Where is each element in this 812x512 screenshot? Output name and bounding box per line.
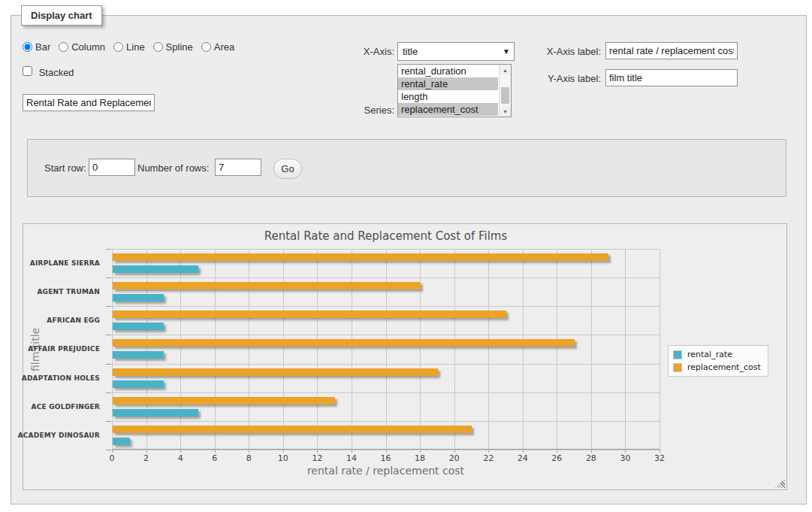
gridline-vertical [249, 249, 249, 449]
chart-type-radio-bar[interactable] [23, 42, 32, 52]
scroll-up-icon[interactable]: ▲ [500, 65, 511, 75]
gridline-vertical [283, 249, 284, 449]
chart-type-group: Bar Column Line Spline Area [23, 41, 243, 53]
y-tick-mark [106, 450, 111, 450]
row-controls-box: Start row: Number of rows: Go [27, 139, 786, 197]
series-option-length[interactable]: length [398, 90, 498, 103]
gridline-vertical [215, 249, 216, 449]
gridline-horizontal [112, 277, 660, 278]
start-row-input[interactable] [89, 159, 135, 176]
chart-type-radio-column[interactable] [59, 42, 68, 52]
y-tick-mark [106, 392, 111, 393]
panel-legend-text: Display chart [31, 10, 92, 21]
bar-rental_rate[interactable] [113, 409, 198, 417]
x-axis-select-label: X-Axis: [323, 46, 394, 57]
x-axis-select-value: title [403, 46, 418, 57]
gridline-vertical [146, 249, 147, 449]
y-axis-label-label: Y-Axis label: [526, 73, 601, 84]
x-tick-label: 26 [545, 453, 568, 463]
bar-replacement_cost[interactable] [113, 282, 421, 289]
bar-replacement_cost[interactable] [113, 253, 608, 261]
x-tick-label: 4 [169, 453, 192, 463]
chart-legend: rental_ratereplacement_cost [668, 345, 768, 377]
gridline-horizontal [112, 421, 660, 422]
chart-type-option-line[interactable]: Line [113, 41, 145, 53]
chart-type-label-line: Line [126, 41, 145, 53]
chart-type-label-spline: Spline [166, 41, 193, 53]
category-label: ACE GOLDFINGER [23, 392, 106, 421]
category-label: AFRICAN EGG [23, 306, 106, 335]
scroll-down-icon[interactable]: ▼ [500, 106, 511, 117]
gridline-vertical [591, 249, 592, 449]
gridline-horizontal [112, 249, 660, 250]
legend-item-rental_rate: rental_rate [673, 350, 761, 359]
legend-item-replacement_cost: replacement_cost [673, 362, 761, 372]
x-tick-label: 6 [204, 453, 226, 463]
series-option-replacement-cost[interactable]: replacement_cost [398, 103, 498, 116]
start-row-label: Start row: [44, 162, 86, 174]
bar-replacement_cost[interactable] [113, 311, 506, 318]
legend-label: rental_rate [687, 350, 732, 359]
chart-type-label-area: Area [214, 41, 234, 53]
x-axis-label-label: X-Axis label: [526, 46, 601, 57]
chart-container: Rental Rate and Replacement Cost of Film… [23, 223, 787, 490]
x-tick-label: 30 [614, 453, 636, 463]
x-tick-label: 14 [340, 453, 363, 463]
gridline-horizontal [112, 306, 660, 307]
chart-title-input[interactable] [23, 94, 155, 111]
bar-replacement_cost[interactable] [113, 397, 335, 404]
y-tick-mark [106, 277, 111, 278]
chart-type-option-spline[interactable]: Spline [153, 41, 193, 53]
chart-type-option-bar[interactable]: Bar [23, 41, 50, 53]
bar-rental_rate[interactable] [113, 294, 164, 301]
x-tick-label: 10 [272, 453, 294, 463]
chart-type-radio-spline[interactable] [153, 42, 163, 52]
x-tick-mark [660, 450, 660, 453]
bar-replacement_cost[interactable] [113, 426, 472, 433]
page: Display chart Bar Column Line Spline Are… [0, 0, 812, 512]
stacked-checkbox[interactable] [23, 66, 32, 76]
number-of-rows-input[interactable] [215, 159, 261, 176]
gridline-vertical [112, 249, 113, 449]
chart-type-radio-area[interactable] [201, 42, 211, 52]
x-axis-select[interactable]: title ▼ [397, 42, 515, 61]
x-tick-label: 32 [648, 453, 671, 463]
series-select[interactable]: rental_duration rental_rate length repla… [397, 64, 512, 117]
series-option-rental-duration[interactable]: rental_duration [398, 65, 498, 77]
chart-type-radio-line[interactable] [113, 42, 123, 52]
bar-rental_rate[interactable] [113, 323, 164, 330]
category-label: AFFAIR PREJUDICE [23, 335, 106, 363]
stacked-option[interactable]: Stacked [23, 66, 74, 78]
bar-rental_rate[interactable] [113, 351, 164, 359]
chart-title: Rental Rate and Replacement Cost of Film… [112, 229, 660, 243]
bar-rental_rate[interactable] [113, 438, 130, 445]
series-option-rental-rate[interactable]: rental_rate [398, 77, 498, 90]
y-axis-label-input[interactable] [605, 69, 738, 86]
x-tick-label: 24 [512, 453, 534, 463]
panel-legend: Display chart [21, 5, 102, 26]
chart-type-option-area[interactable]: Area [201, 41, 234, 53]
x-tick-label: 28 [580, 453, 602, 463]
scrollbar-thumb[interactable] [501, 87, 509, 104]
resize-grip-icon[interactable] [775, 478, 785, 488]
bar-rental_rate[interactable] [113, 265, 198, 273]
bar-rental_rate[interactable] [113, 380, 164, 388]
x-axis-label-input[interactable] [605, 42, 738, 59]
series-scrollbar[interactable]: ▲ ▼ [499, 65, 511, 117]
go-button[interactable]: Go [273, 159, 302, 179]
chevron-down-icon: ▼ [503, 47, 510, 56]
chart-type-label-bar: Bar [35, 41, 50, 53]
bar-replacement_cost[interactable] [113, 339, 575, 347]
chart-type-label-column: Column [71, 41, 105, 53]
legend-swatch [673, 350, 682, 359]
stacked-label: Stacked [39, 67, 74, 78]
plot-area [112, 249, 660, 450]
chart-type-option-column[interactable]: Column [59, 41, 105, 53]
legend-swatch [673, 363, 682, 372]
bar-replacement_cost[interactable] [113, 368, 438, 376]
stacked-row: Stacked [23, 66, 74, 78]
gridline-vertical [523, 249, 524, 449]
x-tick-label: 8 [237, 453, 260, 463]
series-select-label: Series: [323, 105, 394, 116]
gridline-vertical [386, 249, 387, 449]
